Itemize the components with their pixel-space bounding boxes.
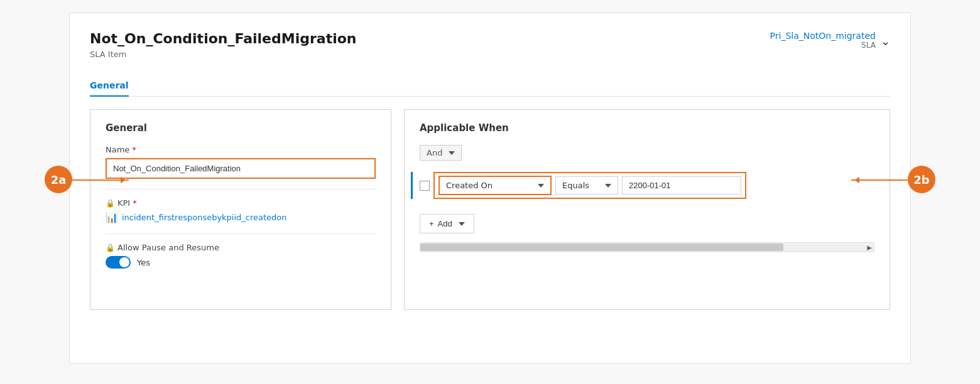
kpi-lock-icon: 🔒 — [106, 199, 115, 208]
page-container: Not_On_Condition_FailedMigration SLA Ite… — [0, 0, 980, 384]
main-panel: Not_On_Condition_FailedMigration SLA Ite… — [69, 13, 911, 364]
operator-chevron-down-icon — [605, 184, 611, 188]
field-value: Created On — [446, 181, 493, 190]
operator-value: Equals — [562, 181, 589, 190]
add-button[interactable]: + Add — [420, 214, 474, 233]
kpi-chart-icon: 📊 — [106, 211, 118, 223]
sla-name: Pri_Sla_NotOn_migrated — [770, 31, 876, 41]
add-chevron-down-icon — [459, 222, 465, 226]
sla-selector[interactable]: Pri_Sla_NotOn_migrated SLA ⌄ — [770, 31, 890, 50]
kpi-link[interactable]: 📊 incident_firstresponsebykpiid_createdo… — [106, 211, 376, 223]
applicable-when-panel: Applicable When And Created On — [404, 109, 890, 310]
name-field-group: Name* — [106, 145, 376, 179]
page-title: Not_On_Condition_FailedMigration — [90, 31, 357, 46]
field-dropdown[interactable]: Created On — [438, 176, 552, 195]
annotation-bubble-2a: 2a — [45, 166, 72, 193]
divider-1 — [106, 189, 376, 189]
page-subtitle: SLA Item — [90, 50, 126, 59]
pause-resume-label: 🔒 Allow Pause and Resume — [106, 243, 376, 252]
and-label: And — [427, 148, 442, 157]
arrow-2b — [851, 179, 908, 181]
kpi-field-group: 🔒 KPI* 📊 incident_firstresponsebykpiid_c… — [106, 198, 376, 223]
horizontal-scrollbar[interactable]: ◀ ▶ — [420, 242, 874, 252]
and-dropdown[interactable]: And — [420, 145, 462, 161]
toggle-row: Yes — [106, 256, 376, 269]
arrow-2a — [72, 179, 129, 181]
kpi-label: 🔒 KPI* — [106, 198, 376, 208]
divider-2 — [106, 233, 376, 234]
scroll-thumb[interactable] — [420, 243, 783, 251]
sla-label: SLA — [770, 41, 876, 50]
general-panel-title: General — [106, 122, 376, 134]
condition-left-bar — [411, 172, 413, 199]
toggle-label: Yes — [137, 258, 150, 267]
tabs-row: General — [90, 75, 890, 97]
name-label: Name* — [106, 145, 376, 154]
scroll-right-icon[interactable]: ▶ — [865, 243, 874, 252]
general-panel: General Name* 🔒 KPI* 📊 incident_f — [90, 109, 391, 310]
add-button-row: + Add — [420, 209, 874, 233]
operator-dropdown[interactable]: Equals — [555, 176, 618, 195]
condition-value-input[interactable] — [622, 176, 741, 195]
pause-resume-field-group: 🔒 Allow Pause and Resume Yes — [106, 243, 376, 269]
header-row: Not_On_Condition_FailedMigration SLA Ite… — [90, 31, 890, 60]
applicable-when-title: Applicable When — [420, 122, 874, 134]
add-icon: + — [429, 219, 434, 228]
content-area: 2a General Name* 🔒 KPI* — [90, 109, 890, 310]
field-chevron-down-icon — [538, 184, 544, 188]
sla-link: Pri_Sla_NotOn_migrated SLA — [770, 31, 876, 50]
pause-lock-icon: 🔒 — [106, 243, 115, 252]
and-chevron-down-icon — [449, 151, 455, 155]
condition-highlight-box: Created On Equals — [433, 172, 746, 199]
add-label: Add — [438, 219, 452, 228]
condition-checkbox[interactable] — [420, 181, 430, 191]
condition-row: Created On Equals — [420, 172, 874, 199]
annotation-bubble-2b: 2b — [908, 166, 935, 193]
header-left: Not_On_Condition_FailedMigration SLA Ite… — [90, 31, 357, 60]
name-input[interactable] — [106, 158, 376, 179]
pause-resume-toggle[interactable] — [106, 256, 131, 269]
sla-chevron-down-icon: ⌄ — [881, 35, 890, 48]
tab-general[interactable]: General — [90, 75, 129, 97]
